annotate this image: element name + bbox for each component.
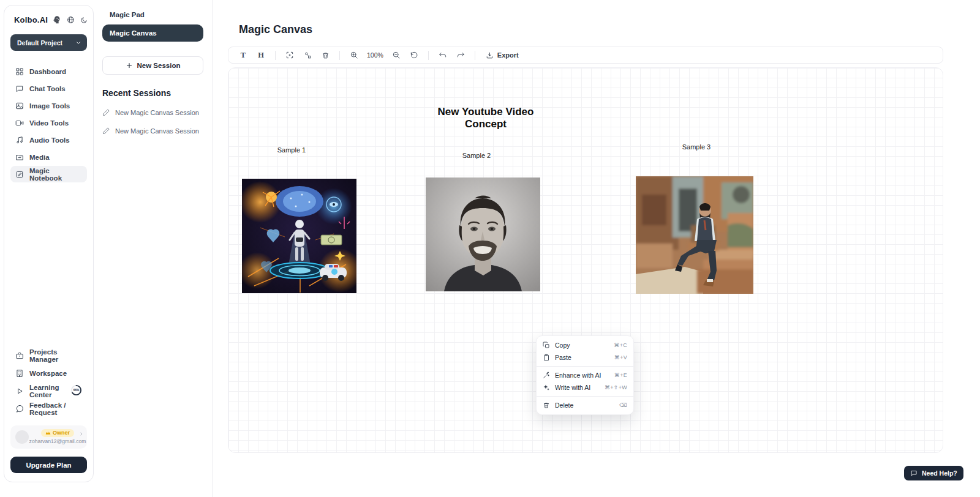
- menu-item-label: Paste: [555, 354, 571, 361]
- app-window: Kolbo.AI Default Project Dashboard Chat …: [0, 0, 980, 497]
- zoom-out-button[interactable]: [389, 48, 404, 62]
- new-session-button[interactable]: New Session: [102, 56, 203, 75]
- sidebar-item-dashboard[interactable]: Dashboard: [10, 63, 87, 80]
- session-label: New Magic Canvas Session: [115, 127, 199, 135]
- toolbar-divider: [428, 51, 429, 60]
- sidebar-item-label: Media: [29, 154, 50, 161]
- notebook-pencil-icon: [15, 170, 24, 179]
- sidebar-item-workspace[interactable]: Workspace: [10, 365, 87, 381]
- sidebar-item-feedback-request[interactable]: Feedback / Request: [10, 400, 87, 417]
- menu-item-paste[interactable]: Paste ⌘+V: [537, 351, 633, 364]
- canvas-title-text[interactable]: New Youtube Video Concept: [418, 106, 553, 130]
- trash-icon: [322, 51, 330, 59]
- sidebar-item-chat-tools[interactable]: Chat Tools: [10, 80, 87, 97]
- ai-select-button[interactable]: [282, 48, 297, 62]
- trash-icon: [543, 402, 550, 409]
- export-label: Export: [497, 51, 519, 59]
- heading-tool-button[interactable]: H: [254, 48, 268, 62]
- canvas-image-sample-3[interactable]: [636, 176, 753, 294]
- language-globe-button[interactable]: [67, 16, 75, 24]
- sidebar-item-image-tools[interactable]: Image Tools: [10, 97, 87, 114]
- canvas-image-sample-1[interactable]: [242, 179, 356, 293]
- menu-item-label: Copy: [555, 342, 570, 349]
- delete-tool-button[interactable]: [318, 48, 333, 62]
- sample-2-label[interactable]: Sample 2: [449, 152, 504, 159]
- clipboard-icon: [543, 354, 550, 361]
- need-help-label: Need Help?: [922, 469, 957, 477]
- chevron-down-icon: [75, 40, 81, 46]
- sidebar-item-label: Video Tools: [29, 119, 69, 127]
- session-list-item[interactable]: New Magic Canvas Session: [102, 108, 203, 116]
- zoom-level[interactable]: 100%: [364, 51, 386, 59]
- sidebar-item-label: Learning Center: [29, 384, 64, 398]
- owner-badge: Owner: [41, 429, 74, 437]
- avatar: [15, 430, 29, 444]
- help-chat-icon: [910, 469, 918, 477]
- toolbar-divider: [339, 51, 340, 60]
- canvas-image-sample-2[interactable]: [426, 177, 540, 291]
- sample-1-label[interactable]: Sample 1: [264, 146, 319, 154]
- reset-view-button[interactable]: [407, 48, 421, 62]
- menu-shortcut: ⌘+C: [614, 342, 627, 348]
- app-logo: Kolbo.AI: [14, 15, 48, 24]
- text-tool-button[interactable]: T: [236, 48, 251, 62]
- brain-logo-icon: [52, 15, 61, 24]
- connector-tool-button[interactable]: [300, 48, 315, 62]
- redo-icon: [456, 51, 465, 59]
- sidebar-item-label: Feedback / Request: [29, 402, 82, 416]
- menu-shortcut: ⌘+V: [614, 354, 627, 361]
- sidebar-item-video-tools[interactable]: Video Tools: [10, 114, 87, 131]
- sidebar-item-magic-notebook[interactable]: Magic Notebook: [10, 166, 87, 182]
- export-button[interactable]: Export: [482, 51, 522, 59]
- image-icon: [15, 102, 24, 110]
- toolbar-divider: [275, 51, 276, 60]
- building-icon: [15, 369, 24, 378]
- sample-3-label[interactable]: Sample 3: [669, 143, 724, 151]
- menu-item-label: Write with AI: [555, 384, 590, 391]
- recent-sessions-heading: Recent Sessions: [102, 88, 203, 98]
- feedback-bubble-icon: [15, 405, 24, 413]
- learning-progress-ring: 66%: [70, 384, 82, 397]
- play-icon: [15, 387, 24, 395]
- rotate-reset-icon: [410, 51, 418, 59]
- moon-icon: [80, 17, 88, 24]
- sidebar-item-media[interactable]: Media: [10, 149, 87, 165]
- sidebar-item-projects-manager[interactable]: Projects Manager: [10, 347, 87, 364]
- page-title: Magic Canvas: [239, 23, 312, 36]
- plus-icon: [126, 62, 133, 69]
- zoom-in-button[interactable]: [347, 48, 361, 62]
- tab-magic-canvas[interactable]: Magic Canvas: [102, 24, 203, 42]
- sidebar-item-label: Dashboard: [29, 68, 66, 75]
- menu-item-write-with-ai[interactable]: Write with AI ⌘+⇧+W: [537, 381, 633, 394]
- chat-icon: [15, 84, 24, 93]
- sidebar-item-learning-center[interactable]: Learning Center 66%: [10, 383, 87, 399]
- undo-icon: [439, 51, 447, 59]
- undo-button[interactable]: [435, 48, 450, 62]
- pencil-icon: [102, 127, 110, 135]
- user-email: zoharvan12@gmail.com: [29, 438, 86, 444]
- music-note-icon: [15, 136, 24, 144]
- user-account-chip[interactable]: Owner zoharvan12@gmail.com: [10, 425, 87, 449]
- project-selector[interactable]: Default Project: [10, 34, 87, 51]
- tab-magic-pad[interactable]: Magic Pad: [102, 9, 203, 24]
- sidebar-item-audio-tools[interactable]: Audio Tools: [10, 132, 87, 148]
- ai-select-icon: [285, 51, 294, 59]
- upgrade-plan-button[interactable]: Upgrade Plan: [10, 457, 87, 473]
- sidebar-item-label: Workspace: [29, 370, 67, 377]
- need-help-button[interactable]: Need Help?: [904, 466, 963, 480]
- menu-shortcut: ⌫: [619, 402, 627, 408]
- zoom-out-icon: [392, 51, 401, 59]
- video-camera-icon: [15, 119, 24, 127]
- user-info: Owner zoharvan12@gmail.com: [33, 429, 82, 444]
- menu-item-enhance-with-ai[interactable]: Enhance with AI ⌘+E: [537, 369, 633, 381]
- menu-shortcut: ⌘+E: [614, 372, 627, 378]
- crown-icon: [45, 430, 51, 436]
- redo-button[interactable]: [453, 48, 468, 62]
- menu-item-copy[interactable]: Copy ⌘+C: [537, 339, 633, 351]
- dark-mode-button[interactable]: [80, 17, 88, 24]
- session-list-item[interactable]: New Magic Canvas Session: [102, 127, 203, 135]
- sparkles-icon: [543, 384, 550, 391]
- menu-item-delete[interactable]: Delete ⌫: [537, 399, 633, 411]
- connector-icon: [304, 51, 312, 59]
- briefcase-icon: [15, 351, 24, 360]
